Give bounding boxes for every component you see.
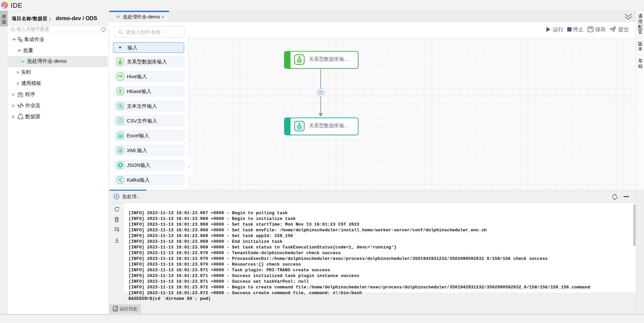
svg-text:CSV: CSV: [119, 121, 122, 122]
svg-text:LOG: LOG: [113, 309, 117, 311]
